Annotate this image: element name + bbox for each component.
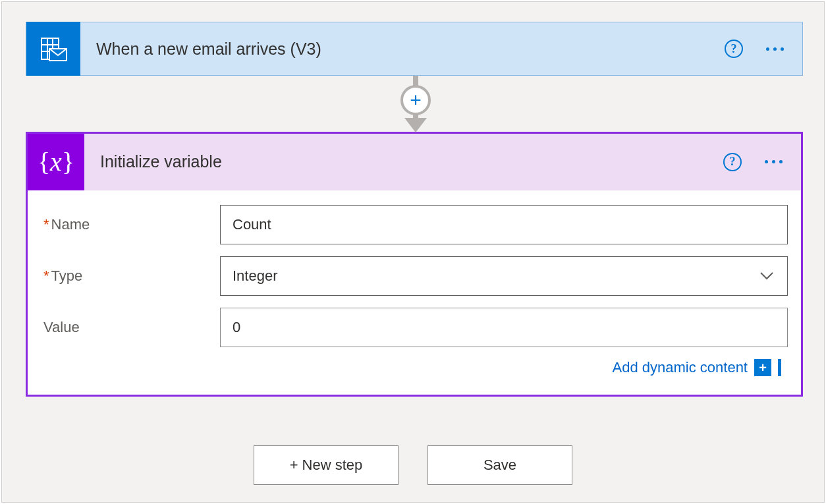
label-name: *Name (43, 216, 220, 233)
action-actions: ? (723, 153, 801, 171)
row-name: *Name Count (43, 205, 788, 244)
label-type: *Type (43, 267, 220, 285)
outlook-icon (26, 22, 80, 76)
add-dynamic-content-link[interactable]: Add dynamic content (613, 359, 748, 376)
more-icon[interactable] (760, 153, 786, 171)
dynamic-plus-icon[interactable]: + (754, 359, 771, 376)
trigger-title: When a new email arrives (V3) (96, 40, 725, 59)
chevron-down-icon (759, 267, 774, 285)
label-value: Value (43, 319, 220, 336)
trigger-actions: ? (725, 40, 802, 58)
row-value: Value 0 (43, 308, 788, 347)
value-input[interactable]: 0 (220, 308, 788, 347)
footer-buttons: + New step Save (2, 445, 824, 485)
trigger-card[interactable]: When a new email arrives (V3) ? (26, 22, 803, 76)
more-icon[interactable] (761, 40, 788, 58)
action-header[interactable]: {x} Initialize variable ? (28, 134, 801, 190)
action-card: {x} Initialize variable ? *Name Count *T… (26, 132, 803, 397)
insert-step-button[interactable]: + (400, 85, 431, 115)
row-type: *Type Integer (43, 256, 788, 296)
dynamic-bar-icon (778, 359, 781, 376)
variable-icon: {x} (28, 134, 84, 190)
designer-canvas: When a new email arrives (V3) ? + {x} In… (0, 0, 826, 504)
name-input[interactable]: Count (220, 205, 788, 244)
save-button[interactable]: Save (427, 445, 572, 485)
help-icon[interactable]: ? (725, 40, 743, 58)
flow-panel: When a new email arrives (V3) ? + {x} In… (1, 1, 825, 503)
new-step-button[interactable]: + New step (254, 445, 399, 485)
dynamic-content-row: Add dynamic content + (43, 359, 788, 376)
action-form: *Name Count *Type Integer Value 0 Add dy… (28, 190, 801, 376)
action-title: Initialize variable (100, 152, 723, 171)
connector-arrow-icon (404, 118, 427, 132)
type-select[interactable]: Integer (220, 256, 788, 296)
help-icon[interactable]: ? (723, 153, 742, 171)
